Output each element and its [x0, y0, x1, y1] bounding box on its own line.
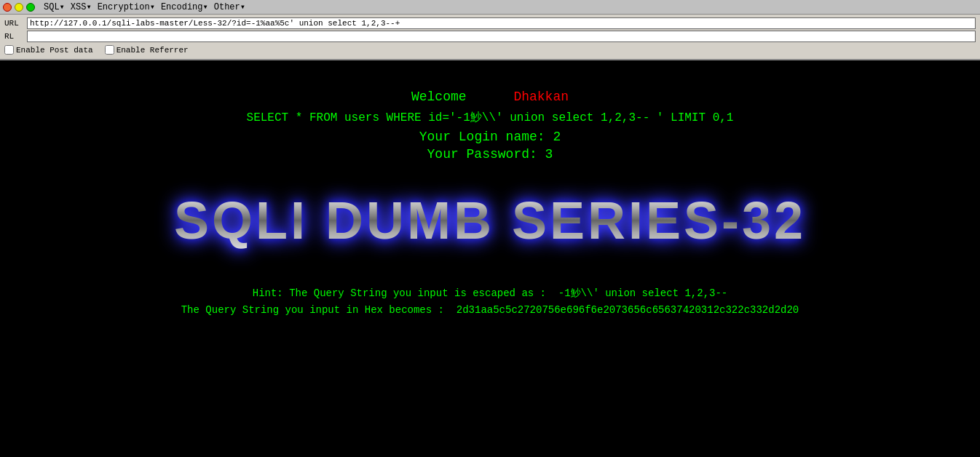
login-name-label: Your Login name:	[419, 130, 545, 144]
maximize-button[interactable]	[26, 3, 35, 12]
login-name-line: Your Login name: 2	[419, 130, 561, 144]
hex-line: The Query String you input in Hex become…	[181, 304, 799, 316]
referrer-row: RL	[4, 31, 976, 42]
query-line: SELECT * FROM users WHERE id='-1魦\\' uni…	[247, 110, 734, 125]
traffic-lights	[3, 3, 35, 12]
menu-encoding[interactable]: Encoding▾	[161, 1, 208, 12]
enable-referrer-label[interactable]: Enable Referrer	[105, 45, 189, 55]
enable-post-label[interactable]: Enable Post data	[4, 45, 93, 55]
hint-line: Hint: The Query String you input is esca…	[181, 287, 799, 300]
welcome-prefix: Welcome	[411, 90, 467, 104]
hint-label: Hint: The Query String you input is esca…	[253, 287, 728, 299]
enable-referrer-checkbox[interactable]	[105, 45, 114, 55]
password-line: Your Password: 3	[427, 147, 553, 162]
menu-sql[interactable]: SQL▾	[44, 1, 65, 12]
query-text: SELECT * FROM users WHERE id='-1魦\\' uni…	[247, 111, 734, 124]
url-label: URL	[4, 19, 23, 28]
minimize-button[interactable]	[15, 3, 23, 12]
series-title: SQLI DUMB SERIES-32	[174, 191, 806, 250]
main-content: Welcome Dhakkan SELECT * FROM users WHER…	[0, 60, 980, 410]
referrer-input[interactable]	[27, 31, 976, 42]
url-bar-container: URL RL Enable Post data Enable Referrer	[0, 15, 980, 60]
password-value: 3	[545, 147, 553, 162]
checkbox-row: Enable Post data Enable Referrer	[4, 44, 976, 56]
hint-section: Hint: The Query String you input is esca…	[181, 287, 799, 316]
menu-other[interactable]: Other▾	[214, 1, 245, 12]
enable-post-checkbox[interactable]	[4, 45, 14, 55]
toolbar: SQL▾ XSS▾ Encryption▾ Encoding▾ Other▾	[0, 0, 980, 15]
password-label: Your Password:	[427, 147, 537, 162]
hex-label: The Query String you input in Hex become…	[181, 304, 457, 316]
username: Dhakkan	[513, 90, 569, 104]
login-name-value: 2	[553, 130, 561, 144]
referrer-label: RL	[4, 32, 23, 41]
menu-xss[interactable]: XSS▾	[71, 1, 92, 12]
menu-encryption[interactable]: Encryption▾	[98, 1, 155, 12]
menu-bar: SQL▾ XSS▾ Encryption▾ Encoding▾ Other▾	[44, 1, 245, 12]
welcome-line: Welcome Dhakkan	[411, 90, 569, 104]
close-button[interactable]	[3, 3, 12, 12]
url-input[interactable]	[27, 17, 976, 29]
url-row: URL	[4, 17, 976, 29]
hex-value: 2d31aa5c5c2720756e696f6e2073656c65637420…	[457, 304, 799, 316]
